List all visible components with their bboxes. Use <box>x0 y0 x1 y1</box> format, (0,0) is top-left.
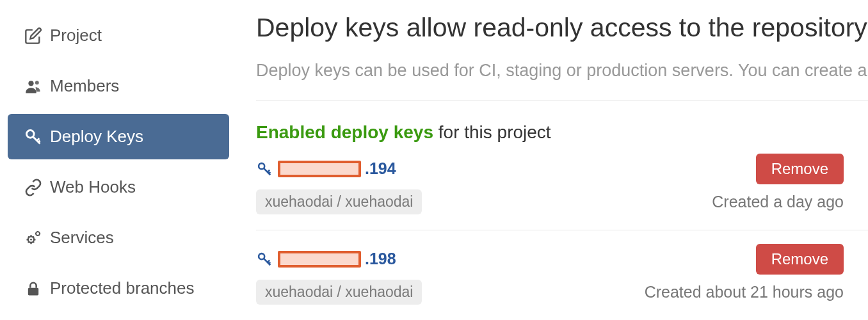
sidebar-item-members[interactable]: Members <box>8 63 229 109</box>
redacted-ip <box>278 251 361 268</box>
edit-icon <box>23 27 44 45</box>
key-icon <box>23 128 44 146</box>
sidebar-item-deploy-keys[interactable]: Deploy Keys <box>8 114 229 159</box>
project-tag: xuehaodai / xuehaodai <box>256 280 422 305</box>
page-title: Deploy keys allow read-only access to th… <box>256 13 868 43</box>
deploy-key-row: .198 Remove xuehaodai / xuehaodai Create… <box>256 250 868 320</box>
svg-point-5 <box>36 232 40 236</box>
sidebar-item-project[interactable]: Project <box>8 13 229 58</box>
svg-point-8 <box>259 253 264 259</box>
remove-button[interactable]: Remove <box>756 244 844 275</box>
section-title-rest: for this project <box>433 122 551 142</box>
redacted-ip <box>278 161 361 177</box>
key-suffix: .198 <box>365 250 396 268</box>
remove-button[interactable]: Remove <box>756 154 844 184</box>
deploy-key-name[interactable]: .198 <box>256 250 396 268</box>
section-title: Enabled deploy keys for this project <box>256 122 868 143</box>
deploy-key-row: .194 Remove xuehaodai / xuehaodai Create… <box>256 159 868 230</box>
cogs-icon <box>23 229 44 247</box>
sidebar-item-label: Protected branches <box>50 278 194 298</box>
svg-point-7 <box>259 163 264 169</box>
svg-point-0 <box>28 81 33 86</box>
sidebar-item-label: Deploy Keys <box>50 127 143 147</box>
deploy-key-name[interactable]: .194 <box>256 159 396 178</box>
sidebar-item-protected-branches[interactable]: Protected branches <box>8 266 229 311</box>
page-subtitle: Deploy keys can be used for CI, staging … <box>256 61 868 81</box>
section-title-highlight: Enabled deploy keys <box>256 122 433 142</box>
key-icon <box>256 161 273 177</box>
project-tag: xuehaodai / xuehaodai <box>256 189 422 214</box>
svg-rect-6 <box>28 287 38 295</box>
divider <box>256 100 868 100</box>
svg-point-4 <box>30 238 32 240</box>
created-label: Created about 21 hours ago <box>645 283 844 301</box>
created-label: Created a day ago <box>712 193 844 211</box>
svg-point-1 <box>35 81 39 84</box>
key-icon <box>256 251 273 268</box>
sidebar-item-services[interactable]: Services <box>8 215 229 260</box>
link-icon <box>23 179 44 196</box>
key-suffix: .194 <box>365 159 396 178</box>
sidebar-item-label: Members <box>50 76 119 96</box>
lock-icon <box>23 280 44 298</box>
sidebar: Project Members Deploy Keys <box>0 0 237 320</box>
sidebar-item-label: Web Hooks <box>50 177 136 197</box>
users-icon <box>23 77 44 95</box>
main-content: Deploy keys allow read-only access to th… <box>237 0 868 320</box>
sidebar-item-label: Services <box>50 228 114 248</box>
sidebar-item-label: Project <box>50 26 102 45</box>
sidebar-item-web-hooks[interactable]: Web Hooks <box>8 164 229 210</box>
